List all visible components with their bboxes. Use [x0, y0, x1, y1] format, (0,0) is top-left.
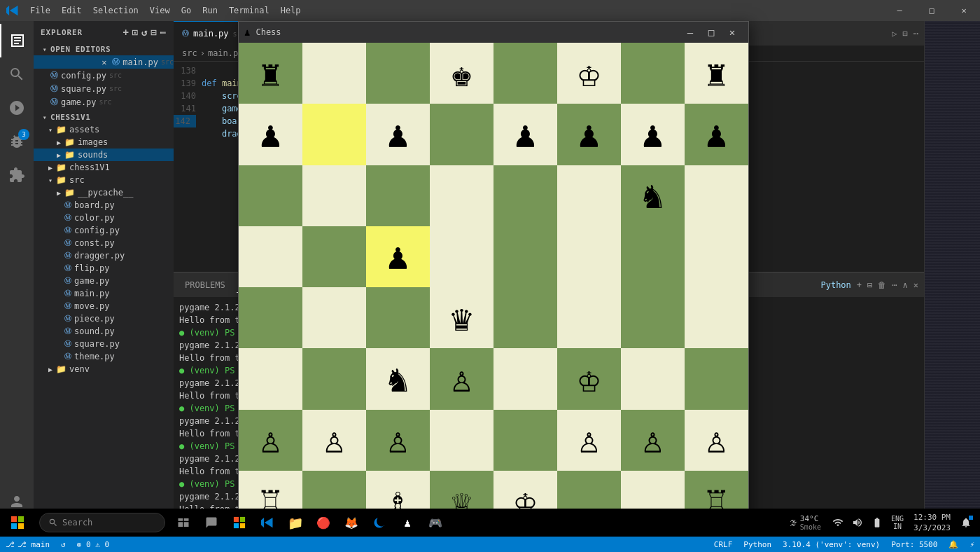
open-editor-main-py[interactable]: ✕ Ⓜ main.py src: [34, 55, 174, 69]
chess-cell-0-1[interactable]: [302, 43, 366, 104]
chess-cell-1-2[interactable]: ♟: [366, 104, 430, 165]
menu-run[interactable]: Run: [197, 0, 223, 21]
menu-help[interactable]: Help: [275, 0, 307, 21]
tree-color[interactable]: Ⓜ color.py: [34, 212, 174, 224]
chess-cell-5-1[interactable]: [302, 348, 366, 409]
chess-cell-0-4[interactable]: [493, 43, 557, 104]
taskbar-task-view[interactable]: [169, 509, 197, 537]
chess-cell-4-0[interactable]: [239, 287, 302, 348]
chess-cell-2-6[interactable]: ♞: [621, 165, 685, 226]
chess-cell-0-0[interactable]: ♜: [239, 43, 302, 104]
new-folder-icon[interactable]: ⊡: [132, 27, 139, 38]
taskbar-app1-btn[interactable]: 🔴: [309, 509, 337, 537]
chess-cell-5-0[interactable]: [239, 348, 302, 409]
chess-cell-1-0[interactable]: ♟: [239, 104, 302, 165]
chess-cell-0-7[interactable]: ♜: [685, 43, 748, 104]
activity-git[interactable]: [0, 91, 34, 125]
chess-cell-3-1[interactable]: [302, 226, 366, 287]
chess-cell-2-4[interactable]: [493, 165, 557, 226]
terminal-add-button[interactable]: +: [857, 280, 862, 290]
vscode-icon[interactable]: [0, 4, 24, 17]
chess-cell-4-7[interactable]: [685, 287, 748, 348]
tree-config[interactable]: Ⓜ config.py: [34, 224, 174, 237]
status-errors[interactable]: ⊗ 0 ⚠ 0: [71, 537, 115, 552]
tree-flip[interactable]: Ⓜ flip.py: [34, 262, 174, 275]
terminal-close-button[interactable]: ✕: [913, 280, 918, 290]
tree-sounds[interactable]: ▶ 📁 sounds: [34, 149, 174, 161]
tree-sound[interactable]: Ⓜ sound.py: [34, 325, 174, 338]
tree-square[interactable]: Ⓜ square.py: [34, 338, 174, 350]
collapse-icon[interactable]: ⊟: [150, 27, 157, 38]
chess-cell-3-6[interactable]: [621, 226, 685, 287]
taskbar-firefox-btn[interactable]: 🦊: [337, 509, 365, 537]
tree-src[interactable]: ▾ 📁 src: [34, 174, 174, 186]
status-version[interactable]: 3.10.4 ('venv': venv): [777, 537, 886, 552]
activity-debug[interactable]: 3: [0, 125, 34, 158]
chess-cell-2-0[interactable]: [239, 165, 302, 226]
open-editor-config-py[interactable]: Ⓜ config.py src: [34, 69, 174, 82]
taskbar-volume-icon[interactable]: [849, 514, 866, 531]
taskbar-chess-btn[interactable]: ♟: [393, 509, 421, 537]
taskbar-xbox-btn[interactable]: 🎮: [421, 509, 449, 537]
chess-cell-5-2[interactable]: ♞: [366, 348, 430, 409]
chess-cell-3-3[interactable]: [430, 226, 493, 287]
chess-cell-6-3[interactable]: [430, 410, 493, 471]
chess-cell-1-6[interactable]: ♟: [621, 104, 685, 165]
taskbar-chat-btn[interactable]: [197, 509, 225, 537]
chess-cell-0-6[interactable]: [621, 43, 685, 104]
chess-cell-2-3[interactable]: [430, 165, 493, 226]
chess-cell-0-2[interactable]: [366, 43, 430, 104]
status-language[interactable]: Python: [738, 537, 777, 552]
tree-board[interactable]: Ⓜ board.py: [34, 199, 174, 212]
minimize-button[interactable]: —: [883, 0, 916, 21]
chess-cell-1-3[interactable]: [430, 104, 493, 165]
status-sync2[interactable]: ⚡: [964, 537, 980, 552]
chess-cell-1-5[interactable]: ♟: [557, 104, 621, 165]
menu-view[interactable]: View: [144, 0, 176, 21]
chess-cell-2-1[interactable]: [302, 165, 366, 226]
chess-close-button[interactable]: ✕: [722, 22, 743, 43]
tree-theme[interactable]: Ⓜ theme.py: [34, 350, 174, 363]
open-editors-header[interactable]: ▾ OPEN EDITORS: [34, 43, 174, 55]
chess-cell-0-3[interactable]: ♚: [430, 43, 493, 104]
chess-cell-6-5[interactable]: ♙: [557, 410, 621, 471]
chess-cell-6-2[interactable]: ♙: [366, 410, 430, 471]
terminal-split-button[interactable]: ⊟: [867, 280, 872, 290]
taskbar-explorer-btn[interactable]: 📁: [281, 509, 309, 537]
chess-cell-6-0[interactable]: ♙: [239, 410, 302, 471]
status-branch[interactable]: ⎇ ⎇ main: [0, 537, 55, 552]
terminal-tab-problems[interactable]: PROBLEMS: [179, 277, 231, 293]
chess-cell-5-7[interactable]: [685, 348, 748, 409]
chess-cell-5-5[interactable]: ♔: [557, 348, 621, 409]
activity-extensions[interactable]: [0, 158, 34, 192]
tree-const[interactable]: Ⓜ const.py: [34, 237, 174, 249]
status-port[interactable]: Port: 5500: [886, 537, 943, 552]
chess-cell-5-6[interactable]: [621, 348, 685, 409]
close-main-py-icon[interactable]: ✕: [102, 57, 109, 67]
chess-cell-3-5[interactable]: [557, 226, 621, 287]
menu-file[interactable]: File: [24, 0, 56, 21]
tree-game[interactable]: Ⓜ game.py: [34, 275, 174, 287]
tree-piece[interactable]: Ⓜ piece.py: [34, 312, 174, 325]
chess-cell-6-4[interactable]: [493, 410, 557, 471]
terminal-more-button[interactable]: ⋯: [892, 280, 897, 290]
chess-cell-4-2[interactable]: [366, 287, 430, 348]
chess-cell-4-4[interactable]: [493, 287, 557, 348]
taskbar-time[interactable]: 12:30 PM 3/3/2023: [909, 512, 955, 534]
chess-cell-0-5[interactable]: ♔: [557, 43, 621, 104]
refresh-icon[interactable]: ↺: [141, 27, 148, 38]
activity-explorer[interactable]: [0, 24, 34, 57]
taskbar-lang[interactable]: ENG IN: [888, 515, 906, 530]
tree-venv[interactable]: ▶ 📁 venv: [34, 363, 174, 375]
terminal-collapse-button[interactable]: ∧: [903, 280, 908, 290]
chess-cell-3-2-highlight[interactable]: ♟: [366, 226, 430, 287]
run-button[interactable]: ▷: [892, 29, 897, 39]
chess-board[interactable]: ♜ ♚ ♔ ♜ ♟ ♟ ♟ ♟ ♟ ♟ ♞ ♟: [239, 43, 748, 532]
chess-cell-2-5[interactable]: [557, 165, 621, 226]
more-editor-button[interactable]: ⋯: [913, 29, 918, 39]
more-icon[interactable]: ⋯: [160, 27, 167, 38]
chess-cell-6-6[interactable]: ♙: [621, 410, 685, 471]
status-bell[interactable]: 🔔: [943, 537, 964, 552]
chess-cell-1-4[interactable]: ♟: [493, 104, 557, 165]
taskbar-weather[interactable]: 🌫 34°C Smoke: [784, 514, 827, 531]
